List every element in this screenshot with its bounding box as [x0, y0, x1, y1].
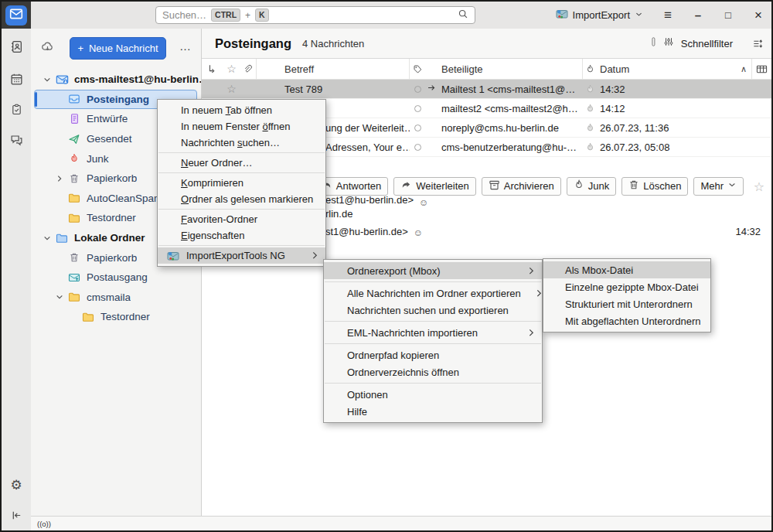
read-status-dot[interactable] — [414, 124, 421, 131]
settings-gear-icon[interactable]: ⚙ — [2, 477, 31, 493]
sender-avatar-icon: ☺ — [419, 197, 428, 208]
message-count: 4 Nachrichten — [302, 38, 364, 49]
menu-separator — [158, 245, 325, 246]
junk-toggle-icon[interactable] — [582, 84, 598, 94]
junk-column-icon[interactable] — [582, 59, 598, 79]
importexport-addon-button[interactable]: ImportExport — [556, 8, 643, 22]
folder-label: Gesendet — [87, 133, 132, 145]
menu-item[interactable]: Ordner als gelesen markieren — [158, 191, 325, 207]
mehr-button[interactable]: Mehr — [693, 177, 744, 196]
message-star-icon[interactable]: ☆ — [754, 179, 764, 194]
folder-label: Junk — [87, 153, 109, 165]
menu-item[interactable]: Ordnerpfad kopieren — [324, 346, 542, 363]
thread-column-icon[interactable] — [202, 59, 223, 79]
chat-icon[interactable] — [2, 134, 31, 147]
submenu-arrow-icon — [513, 267, 534, 275]
menu-item[interactable]: Eigenschaften — [158, 227, 325, 244]
menu-separator — [325, 281, 541, 282]
folder-label: cmsmaila — [87, 292, 131, 303]
chevron-right-icon[interactable] — [53, 175, 66, 182]
folder-title: Posteingang — [215, 36, 291, 51]
collapse-spine-icon[interactable] — [2, 510, 31, 521]
menu-item[interactable]: Nachrichten suchen und exportieren — [324, 302, 542, 319]
importexport-icon — [167, 250, 179, 262]
star-column-icon[interactable]: ☆ — [223, 59, 240, 79]
menu-item[interactable]: Optionen — [324, 386, 542, 403]
calendar-icon[interactable] — [2, 73, 31, 86]
junk-button[interactable]: Junk — [567, 177, 616, 196]
menu-item[interactable]: In neuem Tab öffnen — [158, 102, 325, 118]
folder-item[interactable]: Testordner — [31, 307, 201, 327]
folder-item[interactable]: Postausgang — [31, 268, 201, 288]
weiterleiten-button[interactable]: Weiterleiten — [393, 177, 475, 196]
menu-item[interactable]: Nachrichten suchen… — [158, 135, 325, 151]
archivieren-button[interactable]: Archivieren — [482, 177, 561, 196]
menu-item[interactable]: ImportExportTools NG — [158, 247, 325, 264]
message-row[interactable]: ☆Test 789Mailtest 1 <cms-mailtest1@…14:3… — [202, 80, 771, 99]
chevron-down-icon[interactable] — [53, 293, 66, 301]
menu-item[interactable]: Einzelne gezippte Mbox-Datei — [543, 278, 710, 295]
subject-column-header[interactable]: Betreff — [257, 59, 410, 79]
maximize-button[interactable]: □ — [723, 9, 734, 21]
date-column-header[interactable]: Datum∧ — [598, 59, 751, 79]
read-status-dot[interactable] — [414, 144, 421, 151]
folder-item[interactable]: cms-mailtest1@hu-berlin… — [31, 70, 201, 90]
menu-item[interactable]: Strukturiert mit Unterordnern — [543, 295, 710, 312]
kbd-ctrl: CTRL — [211, 9, 240, 22]
menu-item[interactable]: Ordnerverzeichnis öffnen — [324, 363, 542, 380]
plus-icon: + — [77, 43, 83, 54]
flamebtn-icon — [574, 179, 584, 193]
star-icon[interactable]: ☆ — [223, 83, 240, 95]
quickfilter-label[interactable]: Schnellfilter — [681, 38, 733, 49]
chevron-down-icon[interactable] — [40, 234, 54, 242]
menu-item[interactable]: Favoriten-Ordner — [158, 211, 325, 227]
importexport-addon-label: ImportExport — [573, 9, 630, 21]
read-status-dot[interactable] — [414, 86, 421, 93]
folder-pane-options-button[interactable]: … — [179, 39, 192, 53]
menu-item[interactable]: EML-Nachrichten importieren — [324, 324, 542, 341]
app-menu-button[interactable]: ≡ — [662, 8, 673, 23]
menu-item[interactable]: Neuer Ordner… — [158, 155, 325, 171]
message-sender-line: st1@hu-berlin.de>☺ — [325, 226, 423, 237]
quickfilter-sliders-icon[interactable] — [663, 36, 674, 50]
junk-toggle-icon[interactable] — [582, 123, 598, 133]
menu-item[interactable]: Hilfe — [324, 403, 542, 420]
lschen-button[interactable]: Löschen — [621, 177, 688, 196]
junk-toggle-icon[interactable] — [582, 142, 598, 152]
folder-label: Papierkorb — [87, 252, 137, 264]
new-message-button[interactable]: + Neue Nachricht — [70, 37, 166, 60]
thunderbird-window: Suchen… CTRL + K ImportExport ≡ – □ × ⚙ — [0, 0, 773, 532]
menu-item[interactable]: Mit abgeflachten Unterordnern — [543, 312, 710, 329]
folder-item[interactable]: cmsmaila — [31, 288, 201, 308]
attachment-column-icon[interactable] — [240, 59, 257, 79]
menu-item[interactable]: Als Mbox-Datei — [543, 261, 710, 278]
importexporttools-submenu: Ordnerexport (Mbox)Alle Nachrichten im O… — [323, 259, 543, 423]
menu-item[interactable]: Ordnerexport (Mbox) — [324, 262, 542, 279]
kbd-plus: + — [245, 10, 250, 21]
tasks-icon[interactable] — [2, 104, 31, 115]
display-options-icon[interactable] — [752, 38, 764, 49]
menu-item[interactable]: In neuem Fenster öffnen — [158, 118, 325, 135]
chevron-down-icon[interactable] — [40, 76, 54, 84]
column-picker-icon[interactable] — [751, 59, 771, 79]
tag-column-icon[interactable] — [410, 59, 425, 79]
correspondents-column-header[interactable]: Beteiligte — [438, 59, 582, 79]
junk-toggle-icon[interactable] — [582, 104, 598, 114]
cloud-icon[interactable] — [41, 40, 54, 56]
menu-item[interactable]: Komprimieren — [158, 175, 325, 191]
list-header: Posteingang 4 Nachrichten Schnellfilter — [202, 29, 771, 59]
mail-tab-button[interactable] — [5, 5, 27, 26]
close-button[interactable]: × — [753, 8, 764, 23]
address-book-icon[interactable] — [2, 40, 31, 53]
search-icon — [458, 9, 468, 22]
submenu-arrow-icon — [521, 289, 542, 298]
folder-label: Posteingang — [87, 94, 149, 105]
message-correspondent: Mailtest 1 <cms-mailtest1@… — [438, 84, 582, 95]
folder-label: Testordner — [100, 311, 150, 322]
menu-separator — [325, 343, 541, 344]
read-status-dot[interactable] — [414, 105, 421, 112]
global-search-input[interactable]: Suchen… CTRL + K — [155, 6, 475, 24]
trash-icon — [66, 173, 82, 184]
menu-item[interactable]: Alle Nachrichten im Ordner exportieren — [324, 285, 542, 302]
minimize-button[interactable]: – — [693, 9, 703, 22]
